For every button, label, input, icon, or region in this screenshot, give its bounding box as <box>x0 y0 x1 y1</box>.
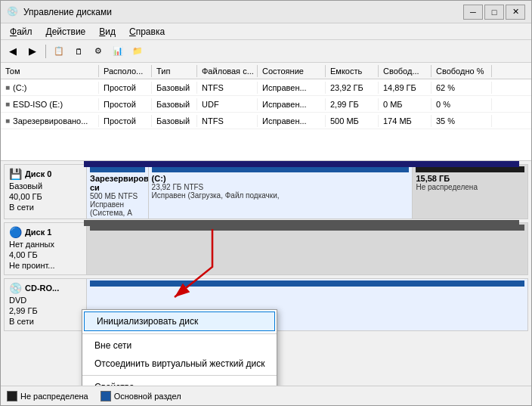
window-title: Управление дисками <box>23 7 112 17</box>
close-button[interactable]: ✕ <box>506 5 525 20</box>
cdrom-name: 💿 CD-RO... <box>9 282 82 294</box>
menu-file[interactable]: Файл <box>4 25 39 39</box>
cdrom-size: 2,99 ГБ <box>9 306 82 315</box>
row2-fs: UDF <box>197 98 258 110</box>
partition-0-info1: 500 МБ NTFS <box>90 192 145 200</box>
context-menu-item-properties[interactable]: Свойства <box>82 378 277 386</box>
disk-1-type: Нет данных <box>9 240 82 249</box>
toolbar-sep-1 <box>45 45 46 58</box>
cdrom-title: CD-RO... <box>25 284 59 293</box>
disk-row-1: 🔵 Диск 1 Нет данных 4,00 ГБ Не проинт... <box>4 222 528 275</box>
disk-1-label: 🔵 Диск 1 Нет данных 4,00 ГБ Не проинт... <box>4 222 87 275</box>
context-menu: Инициализировать диск Вне сети Отсоедини… <box>82 309 277 386</box>
row1-capacity: 23,92 ГБ <box>326 82 379 94</box>
legend-unallocated-box <box>7 391 17 401</box>
row3-capacity: 500 МБ <box>326 115 379 127</box>
table-header: Том Располо... Тип Файловая с... Состоян… <box>1 63 531 79</box>
toolbar-btn-1[interactable]: 📋 <box>50 43 68 60</box>
row3-vol: Зарезервировано... <box>13 116 88 126</box>
disk-1-size: 4,00 ГБ <box>9 250 82 259</box>
legend-primary-label: Основной раздел <box>114 392 181 401</box>
cdrom-icon: 💿 <box>9 282 22 294</box>
col-capacity: Емкость <box>326 65 379 77</box>
legend-bar: Не распределена Основной раздел <box>1 386 531 405</box>
disk-0-name: 💾 Диск 0 <box>9 168 82 180</box>
partition-0-name: Зарезервировано си <box>90 174 145 192</box>
partition-0-header <box>90 166 145 172</box>
context-menu-item-detach[interactable]: Отсоединить виртуальный жесткий диск <box>82 355 277 373</box>
toolbar-btn-2[interactable]: 🗒 <box>70 43 88 60</box>
menu-action[interactable]: Действие <box>40 25 92 39</box>
disk-graphical-area: 💾 Диск 0 Базовый 40,00 ГБ В сети Зарезер… <box>1 161 531 386</box>
menu-help[interactable]: Справка <box>123 25 171 39</box>
col-filesystem: Файловая с... <box>197 65 258 77</box>
partition-2-header <box>416 166 524 172</box>
row2-vol: ESD-ISO (E:) <box>13 100 63 109</box>
disk-0-partition-0[interactable]: Зарезервировано си 500 МБ NTFS Исправен … <box>87 165 149 218</box>
col-free-pct: Свободно % <box>431 65 492 77</box>
col-type: Тип <box>152 65 197 77</box>
row2-status: Исправен... <box>258 98 326 110</box>
partition-1-info2: Исправен (Загрузка, Файл подкачки, <box>152 191 410 200</box>
row3-free: 174 МБ <box>379 115 431 127</box>
partition-2-name: 15,58 ГБ <box>416 174 524 183</box>
context-menu-item-initialize[interactable]: Инициализировать диск <box>84 311 275 331</box>
toolbar: ◀ ▶ 📋 🗒 ⚙ 📊 📁 <box>1 40 531 63</box>
disk-0-size: 40,00 ГБ <box>9 192 82 201</box>
row3-location: Простой <box>99 115 152 127</box>
table-row[interactable]: ■ (C:) Простой Базовый NTFS Исправен... … <box>1 79 531 96</box>
disk-0-type: Базовый <box>9 181 82 191</box>
row2-location: Простой <box>99 98 152 110</box>
row2-freepct: 0 % <box>431 98 492 110</box>
disk-0-icon: 💾 <box>9 168 22 180</box>
table-row[interactable]: ■ ESD-ISO (E:) Простой Базовый UDF Испра… <box>1 96 531 113</box>
menu-bar: Файл Действие Вид Справка <box>1 23 531 40</box>
content-area: Том Располо... Тип Файловая с... Состоян… <box>1 63 531 405</box>
cdrom-status: В сети <box>9 317 82 326</box>
legend-primary: Основной раздел <box>101 391 181 401</box>
menu-view[interactable]: Вид <box>93 25 122 39</box>
toolbar-back[interactable]: ◀ <box>4 43 22 60</box>
disk-0-status: В сети <box>9 203 82 212</box>
disk-0-partition-1[interactable]: (C:) 23,92 ГБ NTFS Исправен (Загрузка, Ф… <box>149 165 413 218</box>
legend-primary-box <box>101 391 111 401</box>
disk-1-partition-0[interactable] <box>87 223 527 274</box>
row1-fs: NTFS <box>197 82 258 94</box>
disk-1-name: 🔵 Диск 1 <box>9 226 82 238</box>
col-location: Располо... <box>99 65 152 77</box>
partition-1-header <box>152 166 410 172</box>
disk-1-status: Не проинт... <box>9 261 82 270</box>
table-body: ■ (C:) Простой Базовый NTFS Исправен... … <box>1 79 531 160</box>
disk-1-title: Диск 1 <box>25 228 51 237</box>
disk-0-topbar <box>84 161 519 167</box>
col-free: Свобод... <box>379 65 431 77</box>
row1-status: Исправен... <box>258 82 326 94</box>
disk-0-partition-2[interactable]: 15,58 ГБ Не распределена <box>413 165 527 218</box>
disk-0-label: 💾 Диск 0 Базовый 40,00 ГБ В сети <box>4 164 87 219</box>
disk-1-icon: 🔵 <box>9 226 22 238</box>
context-menu-item-offline[interactable]: Вне сети <box>82 336 277 355</box>
row3-status: Исправен... <box>258 115 326 127</box>
row1-free: 14,89 ГБ <box>379 82 431 94</box>
title-bar-left: 💿 Управление дисками <box>7 6 112 18</box>
title-controls: ─ □ ✕ <box>463 5 525 20</box>
cdrom-partition-header <box>90 280 524 287</box>
table-row[interactable]: ■ Зарезервировано... Простой Базовый NTF… <box>1 113 531 129</box>
toolbar-btn-5[interactable]: 📁 <box>128 43 147 60</box>
disk-1-topbar <box>84 220 519 226</box>
row1-freepct: 62 % <box>431 82 492 94</box>
minimize-button[interactable]: ─ <box>463 5 483 20</box>
disk-0-title: Диск 0 <box>25 169 51 178</box>
col-status: Состояние <box>258 65 326 77</box>
toolbar-btn-4[interactable]: 📊 <box>109 43 127 60</box>
disk-row-0: 💾 Диск 0 Базовый 40,00 ГБ В сети Зарезер… <box>4 164 528 219</box>
app-icon: 💿 <box>7 6 19 18</box>
maximize-button[interactable]: □ <box>484 5 504 20</box>
toolbar-btn-3[interactable]: ⚙ <box>89 43 107 60</box>
row2-capacity: 2,99 ГБ <box>326 98 379 110</box>
row1-location: Простой <box>99 82 152 94</box>
main-window: 💿 Управление дисками ─ □ ✕ Файл Действие… <box>0 0 532 406</box>
partition-1-info1: 23,92 ГБ NTFS <box>152 183 410 191</box>
toolbar-forward[interactable]: ▶ <box>23 43 42 60</box>
disk-1-content <box>87 222 528 275</box>
